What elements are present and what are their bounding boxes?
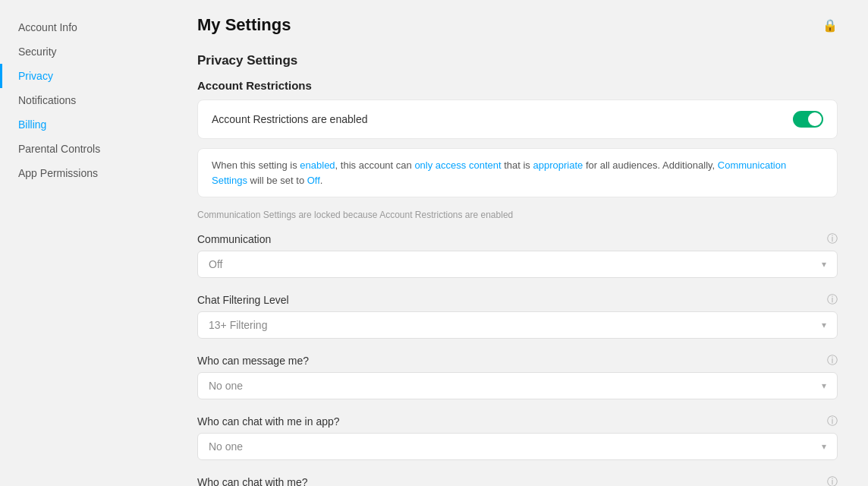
chat-filtering-help-icon[interactable]: ⓘ xyxy=(827,293,838,307)
who-can-chat-label: Who can chat with me? xyxy=(197,476,308,486)
who-can-chat-in-app-label-row: Who can chat with me in app? ⓘ xyxy=(197,415,838,428)
sidebar-item-privacy[interactable]: Privacy xyxy=(0,64,167,88)
communication-dropdown[interactable]: Off ▾ xyxy=(197,251,838,278)
who-can-chat-help-icon[interactable]: ⓘ xyxy=(827,475,838,486)
sidebar-item-app-permissions[interactable]: App Permissions xyxy=(0,161,167,185)
chat-filtering-value: 13+ Filtering xyxy=(209,319,267,331)
who-can-message-label: Who can message me? xyxy=(197,355,309,367)
info-text: When this setting is enabled, this accou… xyxy=(212,158,823,188)
who-can-message-group: Who can message me? ⓘ No one ▾ xyxy=(197,354,838,399)
sidebar-item-parental-controls[interactable]: Parental Controls xyxy=(0,137,167,161)
who-can-chat-in-app-label: Who can chat with me in app? xyxy=(197,415,340,428)
page-title: My Settings xyxy=(197,15,291,35)
who-can-message-label-row: Who can message me? ⓘ xyxy=(197,354,838,368)
who-can-message-chevron-icon: ▾ xyxy=(822,380,826,391)
sidebar-item-billing[interactable]: Billing xyxy=(0,112,167,137)
who-can-chat-in-app-chevron-icon: ▾ xyxy=(822,441,826,452)
highlight-only-access: only access content xyxy=(414,159,501,171)
toggle-label: Account Restrictions are enabled xyxy=(212,113,367,125)
who-can-message-dropdown[interactable]: No one ▾ xyxy=(197,372,838,399)
communication-group: Communication ⓘ Off ▾ xyxy=(197,232,838,278)
communication-label: Communication xyxy=(197,233,271,245)
who-can-chat-label-row: Who can chat with me? ⓘ xyxy=(197,475,838,486)
account-restrictions-toggle-row: Account Restrictions are enabled xyxy=(197,99,838,139)
who-can-message-value: No one xyxy=(209,380,243,392)
communication-chevron-icon: ▾ xyxy=(822,259,826,270)
chat-filtering-label: Chat Filtering Level xyxy=(197,294,289,306)
highlight-enabled: enabled xyxy=(300,159,335,171)
who-can-message-help-icon[interactable]: ⓘ xyxy=(827,354,838,368)
who-can-chat-in-app-value: No one xyxy=(209,440,243,453)
main-content: My Settings 🔒 Privacy Settings Account R… xyxy=(167,0,868,486)
chat-filtering-dropdown[interactable]: 13+ Filtering ▾ xyxy=(197,311,838,339)
privacy-settings-title: Privacy Settings xyxy=(197,53,838,68)
sidebar: Account Info Security Privacy Notificati… xyxy=(0,0,167,486)
locked-notice: Communication Settings are locked becaus… xyxy=(197,210,838,220)
communication-value: Off xyxy=(209,258,222,270)
sidebar-item-account-info[interactable]: Account Info xyxy=(0,15,167,39)
who-can-chat-in-app-group: Who can chat with me in app? ⓘ No one ▾ xyxy=(197,415,838,460)
highlight-off: Off xyxy=(307,175,320,186)
communication-help-icon[interactable]: ⓘ xyxy=(827,232,838,246)
chat-filtering-group: Chat Filtering Level ⓘ 13+ Filtering ▾ xyxy=(197,293,838,339)
who-can-chat-in-app-dropdown[interactable]: No one ▾ xyxy=(197,433,838,460)
chat-filtering-chevron-icon: ▾ xyxy=(822,320,826,330)
account-restrictions-info: When this setting is enabled, this accou… xyxy=(197,148,838,197)
who-can-chat-group: Who can chat with me? ⓘ No one ▾ xyxy=(197,475,838,486)
lock-icon: 🔒 xyxy=(822,18,838,33)
account-restrictions-heading: Account Restrictions xyxy=(197,79,838,92)
page-header: My Settings 🔒 xyxy=(197,15,838,35)
sidebar-item-security[interactable]: Security xyxy=(0,39,167,64)
highlight-appropriate: appropriate xyxy=(533,159,583,171)
account-restrictions-toggle[interactable] xyxy=(793,111,823,128)
who-can-chat-in-app-help-icon[interactable]: ⓘ xyxy=(827,415,838,428)
sidebar-item-notifications[interactable]: Notifications xyxy=(0,88,167,112)
communication-label-row: Communication ⓘ xyxy=(197,232,838,246)
chat-filtering-label-row: Chat Filtering Level ⓘ xyxy=(197,293,838,307)
